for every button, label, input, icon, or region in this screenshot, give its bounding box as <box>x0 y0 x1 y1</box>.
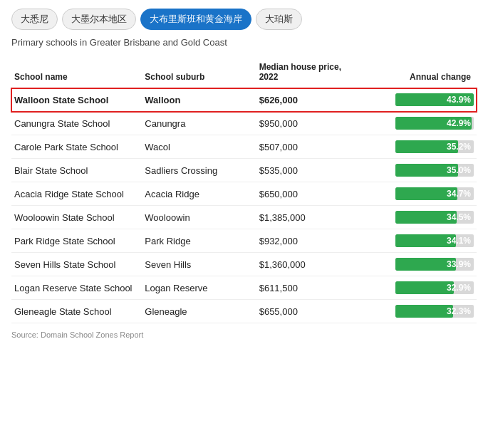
table-row: Walloon State SchoolWalloon$626,00043.9% <box>11 88 477 112</box>
table-row: Wooloowin State SchoolWooloowin$1,385,00… <box>11 206 477 229</box>
cell-price: $1,385,000 <box>256 206 354 229</box>
table-row: Park Ridge State SchoolPark Ridge$932,00… <box>11 229 477 253</box>
bar-label: 35.2% <box>447 142 474 152</box>
table-row: Canungra State SchoolCanungra$950,00042.… <box>11 112 477 135</box>
cell-suburb: Gleneagle <box>142 300 256 323</box>
tab-brisbane[interactable]: 大布里斯班和黄金海岸 <box>140 9 251 30</box>
bar-label: 34.1% <box>447 236 474 246</box>
cell-change: 34.5% <box>354 206 477 229</box>
bar-label: 34.5% <box>447 212 474 222</box>
cell-change: 32.3% <box>354 300 477 323</box>
cell-change: 35.0% <box>354 159 477 182</box>
cell-suburb: Wooloowin <box>142 206 256 229</box>
cell-price: $655,000 <box>256 300 354 323</box>
cell-price: $626,000 <box>256 88 354 112</box>
cell-school: Blair State School <box>11 159 142 182</box>
table-row: Acacia Ridge State SchoolAcacia Ridge$65… <box>11 182 477 206</box>
bar-background: 35.2% <box>395 140 474 153</box>
bar-label: 35.0% <box>447 165 474 175</box>
cell-price: $650,000 <box>256 182 354 206</box>
cell-price: $611,500 <box>256 276 354 300</box>
cell-suburb: Logan Reserve <box>142 276 256 300</box>
table-row: Seven Hills State SchoolSeven Hills$1,36… <box>11 253 477 276</box>
bar-fill <box>395 281 454 294</box>
cell-price: $507,000 <box>256 135 354 159</box>
cell-price: $932,000 <box>256 229 354 253</box>
bar-background: 34.1% <box>395 234 474 247</box>
cell-school: Park Ridge State School <box>11 229 142 253</box>
data-table: School name School suburb Median house p… <box>11 59 477 323</box>
cell-suburb: Wacol <box>142 135 256 159</box>
cell-change: 35.2% <box>354 135 477 159</box>
bar-label: 43.9% <box>447 95 474 105</box>
bar-label: 34.7% <box>447 189 474 199</box>
cell-suburb: Acacia Ridge <box>142 182 256 206</box>
table-row: Blair State SchoolSadliers Crossing$535,… <box>11 159 477 182</box>
header-price: Median house price, 2022 <box>256 59 354 88</box>
cell-school: Seven Hills State School <box>11 253 142 276</box>
table-row: Gleneagle State SchoolGleneagle$655,0003… <box>11 300 477 323</box>
cell-price: $1,360,000 <box>256 253 354 276</box>
bar-label: 32.3% <box>447 306 474 316</box>
cell-price: $535,000 <box>256 159 354 182</box>
cell-change: 34.7% <box>354 182 477 206</box>
header-suburb: School suburb <box>142 59 256 88</box>
cell-price: $950,000 <box>256 112 354 135</box>
cell-suburb: Canungra <box>142 112 256 135</box>
header-school: School name <box>11 59 142 88</box>
bar-label: 32.9% <box>447 283 474 293</box>
cell-change: 43.9% <box>354 88 477 112</box>
cell-suburb: Sadliers Crossing <box>142 159 256 182</box>
cell-school: Carole Park State School <box>11 135 142 159</box>
bar-label: 42.9% <box>447 118 474 128</box>
cell-suburb: Walloon <box>142 88 256 112</box>
tab-melbourne[interactable]: 大墨尔本地区 <box>62 9 136 30</box>
bar-background: 42.9% <box>395 117 474 130</box>
tab-sydney[interactable]: 大悉尼 <box>11 9 58 30</box>
bar-background: 33.9% <box>395 258 474 271</box>
cell-school: Wooloowin State School <box>11 206 142 229</box>
cell-change: 42.9% <box>354 112 477 135</box>
tab-bar: 大悉尼大墨尔本地区大布里斯班和黄金海岸大珀斯 <box>11 9 477 30</box>
bar-background: 43.9% <box>395 93 474 106</box>
cell-suburb: Park Ridge <box>142 229 256 253</box>
subtitle: Primary schools in Greater Brisbane and … <box>11 37 477 48</box>
cell-school: Logan Reserve State School <box>11 276 142 300</box>
bar-background: 34.5% <box>395 211 474 224</box>
bar-background: 34.7% <box>395 187 474 200</box>
table-row: Carole Park State SchoolWacol$507,00035.… <box>11 135 477 159</box>
cell-suburb: Seven Hills <box>142 253 256 276</box>
bar-background: 32.9% <box>395 281 474 294</box>
bar-background: 32.3% <box>395 305 474 318</box>
cell-school: Acacia Ridge State School <box>11 182 142 206</box>
cell-school: Walloon State School <box>11 88 142 112</box>
tab-perth[interactable]: 大珀斯 <box>256 9 302 30</box>
cell-change: 32.9% <box>354 276 477 300</box>
bar-background: 35.0% <box>395 164 474 177</box>
cell-change: 33.9% <box>354 253 477 276</box>
cell-change: 34.1% <box>354 229 477 253</box>
source-text: Source: Domain School Zones Report <box>11 330 477 339</box>
cell-school: Canungra State School <box>11 112 142 135</box>
table-row: Logan Reserve State SchoolLogan Reserve$… <box>11 276 477 300</box>
header-change: Annual change <box>354 59 477 88</box>
cell-school: Gleneagle State School <box>11 300 142 323</box>
bar-fill <box>395 305 453 318</box>
bar-label: 33.9% <box>447 259 474 269</box>
